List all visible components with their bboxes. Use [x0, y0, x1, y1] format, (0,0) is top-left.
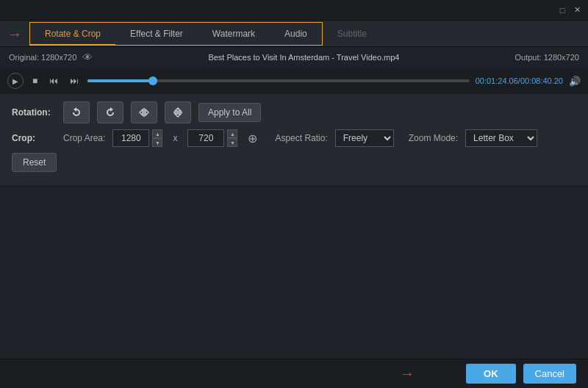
- move-icon[interactable]: ⊕: [245, 132, 260, 146]
- aspect-ratio-label: Aspect Ratio:: [275, 133, 327, 143]
- aspect-ratio-select[interactable]: Freely 16:9 4:3 1:1 9:16: [335, 129, 394, 147]
- rotation-row: Rotation: Apply to All: [12, 101, 576, 123]
- volume-icon[interactable]: 🔊: [569, 76, 581, 87]
- flip-vertical-button[interactable]: [165, 101, 191, 123]
- crop-width-group: ▲ ▼: [112, 129, 162, 147]
- flip-horizontal-button[interactable]: [131, 101, 157, 123]
- zoom-mode-select[interactable]: Letter Box Pan & Scan Full: [465, 129, 537, 147]
- rotation-label: Rotation:: [12, 107, 56, 118]
- bottom-bar: → OK Cancel: [0, 359, 588, 388]
- playback-bar: ▶ ■ ⏮ ⏭ 00:01:24.06/00:08:40.20 🔊: [0, 68, 588, 94]
- stop-button[interactable]: ■: [29, 74, 40, 87]
- crop-label: Crop:: [12, 133, 56, 143]
- time-display: 00:01:24.06/00:08:40.20: [476, 76, 563, 85]
- progress-thumb[interactable]: [148, 76, 157, 85]
- reset-button[interactable]: Reset: [12, 153, 57, 172]
- x-separator: x: [170, 133, 180, 143]
- crop-height-down[interactable]: ▼: [227, 138, 237, 147]
- title-bar: □ ✕: [0, 0, 588, 21]
- output-label: Output: 1280x720: [515, 53, 579, 62]
- tab-rotate-crop[interactable]: Rotate & Crop: [30, 23, 115, 45]
- reset-row: Reset: [12, 153, 576, 172]
- rotate-ccw-button[interactable]: [63, 101, 90, 123]
- crop-height-input[interactable]: [187, 129, 224, 147]
- tab-subtitle[interactable]: Subtitle: [323, 21, 381, 46]
- title-bar-buttons: □ ✕: [557, 5, 582, 15]
- total-time: 00:08:40.20: [520, 76, 563, 85]
- original-label: Original: 1280x720: [9, 53, 76, 62]
- crop-width-spinners: ▲ ▼: [152, 129, 162, 147]
- crop-row: Crop: Crop Area: ▲ ▼ x ▲ ▼ ⊕ Aspect Rati…: [12, 129, 576, 147]
- tab-effect-filter[interactable]: Effect & Filter: [115, 23, 198, 45]
- preview-filename: Best Places to Visit In Amsterdam - Trav…: [208, 53, 399, 62]
- rotate-cw-button[interactable]: [97, 101, 123, 123]
- crop-height-up[interactable]: ▲: [227, 129, 237, 138]
- current-time: 00:01:24.06: [476, 76, 518, 85]
- play-button[interactable]: ▶: [7, 73, 24, 89]
- minimize-button[interactable]: □: [557, 5, 567, 15]
- crop-width-up[interactable]: ▲: [152, 129, 162, 138]
- tab-watermark[interactable]: Watermark: [198, 23, 270, 45]
- crop-height-spinners: ▲ ▼: [227, 129, 237, 147]
- crop-width-input[interactable]: [112, 129, 149, 147]
- ok-arrow-indicator: →: [12, 365, 459, 382]
- preview-info-bar: Original: 1280x720 👁 Best Places to Visi…: [0, 47, 588, 68]
- next-frame-button[interactable]: ⏭: [67, 74, 82, 87]
- close-button[interactable]: ✕: [572, 5, 582, 15]
- controls-panel: Rotation: Apply to All Crop: Crop Area:: [0, 94, 588, 185]
- eye-icon[interactable]: 👁: [82, 51, 93, 63]
- zoom-mode-label: Zoom Mode:: [409, 133, 458, 143]
- cancel-button[interactable]: Cancel: [523, 364, 576, 384]
- tab-audio[interactable]: Audio: [270, 23, 322, 45]
- apply-to-all-button[interactable]: Apply to All: [198, 103, 261, 122]
- crop-width-down[interactable]: ▼: [152, 138, 162, 147]
- prev-frame-button[interactable]: ⏮: [46, 74, 61, 87]
- progress-fill: [87, 79, 152, 82]
- tab-group-main: Rotate & Crop Effect & Filter Watermark …: [29, 22, 323, 46]
- ok-button[interactable]: OK: [466, 364, 516, 384]
- tab-bar: → Rotate & Crop Effect & Filter Watermar…: [0, 21, 588, 47]
- tab-arrow-indicator: →: [7, 25, 22, 42]
- original-info: Original: 1280x720 👁: [9, 51, 93, 63]
- crop-area-label: Crop Area:: [63, 133, 105, 143]
- crop-height-group: ▲ ▼: [187, 129, 237, 147]
- progress-bar[interactable]: [87, 79, 469, 82]
